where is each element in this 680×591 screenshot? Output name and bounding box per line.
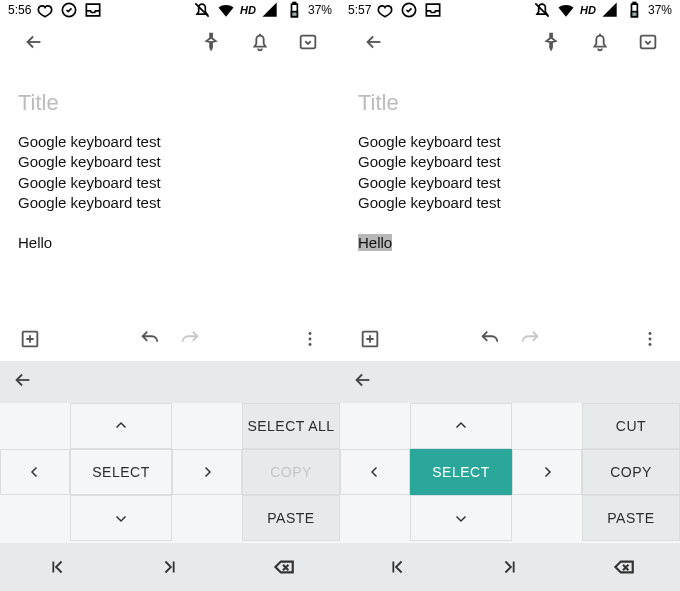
archive-button[interactable] [288, 22, 328, 62]
svg-point-8 [309, 338, 312, 341]
battery-icon [624, 0, 644, 20]
jump-end-key[interactable] [113, 543, 226, 591]
note-line[interactable]: Google keyboard test [18, 152, 322, 172]
note-line[interactable]: Google keyboard test [358, 193, 662, 213]
note-line[interactable]: Google keyboard test [358, 132, 662, 152]
redo-button[interactable] [170, 319, 210, 359]
wifi-icon [556, 0, 576, 20]
add-box-button[interactable] [350, 319, 390, 359]
select-key[interactable]: SELECT [70, 449, 172, 495]
pin-button[interactable] [192, 22, 232, 62]
heart-icon [35, 0, 55, 20]
note-body[interactable]: Title Google keyboard test Google keyboa… [0, 64, 340, 317]
spacer-cell [340, 495, 410, 541]
note-toolbar [0, 20, 340, 64]
heart-icon [375, 0, 395, 20]
note-line[interactable]: Google keyboard test [18, 132, 322, 152]
svg-rect-14 [631, 12, 637, 17]
svg-rect-3 [293, 3, 296, 5]
title-placeholder[interactable]: Title [18, 90, 322, 116]
svg-rect-13 [633, 3, 636, 5]
back-button[interactable] [14, 22, 54, 62]
hd-indicator: HD [240, 4, 256, 16]
back-button[interactable] [354, 22, 394, 62]
cursor-left-key[interactable] [340, 449, 410, 495]
copy-key[interactable]: COPY [242, 449, 340, 495]
backspace-key[interactable] [227, 543, 340, 591]
spacer-cell [172, 403, 242, 449]
copy-key[interactable]: COPY [582, 449, 680, 495]
cursor-right-key[interactable] [172, 449, 242, 495]
inbox-icon [83, 0, 103, 20]
note-body[interactable]: Title Google keyboard test Google keyboa… [340, 64, 680, 317]
keyboard-back-button[interactable] [12, 369, 34, 395]
notifications-off-icon [192, 0, 212, 20]
cursor-right-key[interactable] [512, 449, 582, 495]
note-toolbar [340, 20, 680, 64]
battery-pct: 37% [308, 3, 332, 17]
svg-point-18 [649, 338, 652, 341]
wifi-icon [216, 0, 236, 20]
cut-key[interactable]: CUT [582, 403, 680, 449]
jump-start-key[interactable] [0, 543, 113, 591]
cursor-down-key[interactable] [70, 495, 172, 541]
spacer-cell [172, 495, 242, 541]
undo-button[interactable] [470, 319, 510, 359]
pin-button[interactable] [532, 22, 572, 62]
signal-icon [600, 0, 620, 20]
text-select-keyboard: CUT SELECT COPY PASTE [340, 361, 680, 591]
sync-icon [59, 0, 79, 20]
jump-start-key[interactable] [340, 543, 453, 591]
note-line[interactable]: Google keyboard test [18, 193, 322, 213]
signal-icon [260, 0, 280, 20]
svg-rect-15 [641, 36, 656, 49]
paste-key[interactable]: PASTE [582, 495, 680, 541]
select-all-key[interactable]: SELECT ALL [242, 403, 340, 449]
jump-end-key[interactable] [453, 543, 566, 591]
phone-right: 5:57 HD 37% Title Google keyb [340, 0, 680, 591]
svg-point-17 [649, 332, 652, 335]
phone-left: 5:56 HD 37% Title Google keyb [0, 0, 340, 591]
spacer-cell [0, 403, 70, 449]
spacer-cell [512, 403, 582, 449]
battery-pct: 37% [648, 3, 672, 17]
status-bar: 5:56 HD 37% [0, 0, 340, 20]
hd-indicator: HD [580, 4, 596, 16]
battery-icon [284, 0, 304, 20]
status-bar: 5:57 HD 37% [340, 0, 680, 20]
backspace-key[interactable] [567, 543, 680, 591]
title-placeholder[interactable]: Title [358, 90, 662, 116]
svg-point-9 [309, 343, 312, 346]
cursor-up-key[interactable] [410, 403, 512, 449]
svg-point-7 [309, 332, 312, 335]
reminder-button[interactable] [240, 22, 280, 62]
status-time: 5:56 [8, 3, 31, 17]
select-key-active[interactable]: SELECT [410, 449, 512, 495]
sync-icon [399, 0, 419, 20]
note-line[interactable]: Google keyboard test [358, 152, 662, 172]
note-line[interactable]: Google keyboard test [358, 173, 662, 193]
inbox-icon [423, 0, 443, 20]
cursor-down-key[interactable] [410, 495, 512, 541]
note-line[interactable]: Google keyboard test [18, 173, 322, 193]
reminder-button[interactable] [580, 22, 620, 62]
paste-key[interactable]: PASTE [242, 495, 340, 541]
status-time: 5:57 [348, 3, 371, 17]
add-box-button[interactable] [10, 319, 50, 359]
more-menu-button[interactable] [630, 319, 670, 359]
more-menu-button[interactable] [290, 319, 330, 359]
cursor-up-key[interactable] [70, 403, 172, 449]
cursor-left-key[interactable] [0, 449, 70, 495]
undo-button[interactable] [130, 319, 170, 359]
redo-button[interactable] [510, 319, 550, 359]
keyboard-back-button[interactable] [352, 369, 374, 395]
note-line[interactable]: Hello [18, 233, 322, 253]
selected-text[interactable]: Hello [358, 234, 392, 251]
archive-button[interactable] [628, 22, 668, 62]
text-select-keyboard: SELECT ALL SELECT COPY PASTE [0, 361, 340, 591]
note-line-selected[interactable]: Hello [358, 233, 662, 253]
notifications-off-icon [532, 0, 552, 20]
svg-rect-5 [301, 36, 316, 49]
svg-point-19 [649, 343, 652, 346]
note-bottom-bar [340, 317, 680, 361]
